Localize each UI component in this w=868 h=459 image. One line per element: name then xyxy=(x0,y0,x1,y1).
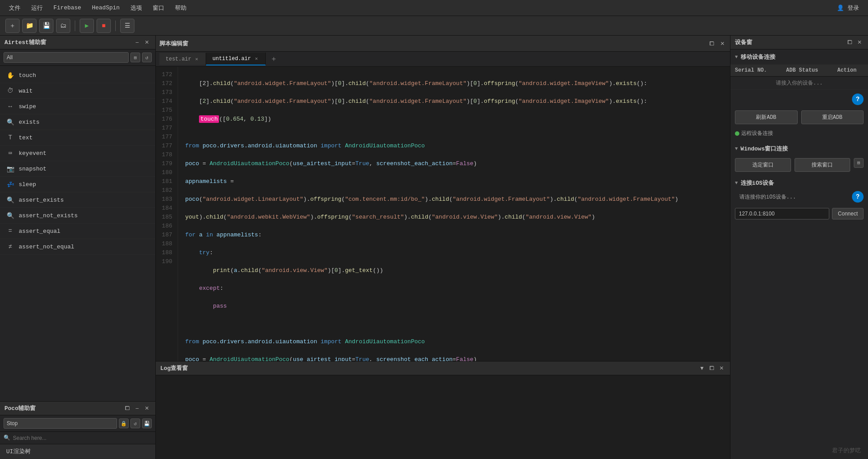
helper-snapshot-label: snapshot xyxy=(19,166,46,172)
poco-save-icon[interactable]: 💾 xyxy=(142,418,152,428)
refresh-adb-btn[interactable]: 刷新ADB xyxy=(735,110,798,124)
device-panel-title: 设备窗 xyxy=(735,38,752,46)
helper-exists-label: exists xyxy=(19,119,40,126)
poco-panel-controls: ⧠ – ✕ xyxy=(123,404,151,412)
windows-extra-btn[interactable]: ⊞ xyxy=(854,158,864,168)
menu-bar: 文件 运行 Firebase HeadSpin 选项 窗口 帮助 👤 登录 xyxy=(0,0,868,16)
menu-headspin[interactable]: HeadSpin xyxy=(87,3,124,13)
log-panel: Log查看窗 ▼ ⧠ ✕ xyxy=(156,361,730,459)
airtest-filter-icon[interactable]: ⊞ xyxy=(130,53,140,62)
device-table-row: 请接入你的设备... xyxy=(730,77,868,90)
helper-touch-label: touch xyxy=(19,72,36,79)
tab-test-air[interactable]: test.air ✕ xyxy=(159,53,206,65)
helper-assert-not-equal-label: assert_not_equal xyxy=(19,244,74,250)
login-btn[interactable]: 👤 登录 xyxy=(832,2,864,14)
poco-close-btn[interactable]: ✕ xyxy=(143,404,151,412)
helper-swipe[interactable]: ↔ swipe xyxy=(0,99,155,114)
run-button[interactable]: ▶ xyxy=(80,19,94,33)
poco-search-row: 🔍 xyxy=(0,432,155,444)
code-content[interactable]: [2].child("android.widget.FrameLayout")[… xyxy=(178,67,730,361)
log-filter-btn[interactable]: ▼ xyxy=(698,364,706,372)
airtest-panel-controls: – ✕ xyxy=(133,38,151,46)
stop-button[interactable]: ■ xyxy=(97,19,111,33)
search-window-btn[interactable]: 搜索窗口 xyxy=(795,158,851,172)
ios-connection-title: ▼ 连接iOS设备 xyxy=(730,175,868,189)
helper-sleep-label: sleep xyxy=(19,181,36,188)
poco-lock-icon[interactable]: 🔒 xyxy=(119,418,129,428)
helper-snapshot[interactable]: 📷 snapshot xyxy=(0,161,155,177)
log-close-btn[interactable]: ✕ xyxy=(718,364,726,372)
device-panel: 设备窗 ⧠ ✕ ▼ 移动设备连接 Serial NO. ADB Status A… xyxy=(730,36,868,459)
menu-help[interactable]: 帮助 xyxy=(170,2,191,14)
tab-untitled-air-close[interactable]: ✕ xyxy=(254,55,260,62)
mobile-connection-label: 移动设备连接 xyxy=(741,53,775,61)
poco-filter-select[interactable]: Stop xyxy=(4,418,117,429)
airtest-minimize-btn[interactable]: – xyxy=(133,38,141,46)
windows-arrow-icon: ▼ xyxy=(735,146,738,151)
windows-connection-label: Windows窗口连接 xyxy=(741,145,788,153)
tab-test-air-close[interactable]: ✕ xyxy=(194,56,200,62)
assert-equal-icon: = xyxy=(6,227,14,235)
tab-add-button[interactable]: ＋ xyxy=(266,52,282,66)
new-button[interactable]: ＋ xyxy=(5,19,20,33)
editor-close-btn[interactable]: ✕ xyxy=(718,40,726,48)
line-numbers: 172 172 173 174 175 176 177 177 177 178 … xyxy=(156,67,178,361)
log-expand-btn[interactable]: ⧠ xyxy=(708,364,716,372)
open-button[interactable]: 📁 xyxy=(22,19,37,33)
helper-assert-not-exists[interactable]: 🔍 assert_not_exists xyxy=(0,208,155,223)
save-all-button[interactable]: 🗂 xyxy=(56,19,70,33)
select-window-btn[interactable]: 选定窗口 xyxy=(735,158,791,172)
airtest-helper-list: ✋ touch ⏱ wait ↔ swipe 🔍 exists T text ⌨ xyxy=(0,66,155,401)
device-close-btn[interactable]: ✕ xyxy=(856,38,864,46)
ios-address-input[interactable] xyxy=(735,208,829,219)
helper-assert-not-equal[interactable]: ≠ assert_not_equal xyxy=(0,239,155,255)
helper-wait[interactable]: ⏱ wait xyxy=(0,83,155,99)
helper-touch[interactable]: ✋ touch xyxy=(0,68,155,83)
poco-ui-tree-item[interactable]: UI渲染树 xyxy=(0,444,155,459)
helper-assert-exists-label: assert_exists xyxy=(19,197,64,203)
touch-icon: ✋ xyxy=(6,71,14,79)
airtest-filter-select[interactable]: All xyxy=(4,52,129,63)
remote-dot-icon xyxy=(735,131,739,136)
tab-test-air-label: test.air xyxy=(166,56,191,62)
menu-run[interactable]: 运行 xyxy=(27,2,47,14)
windows-connection-title: ▼ Windows窗口连接 xyxy=(730,141,868,154)
device-expand-btn[interactable]: ⧠ xyxy=(846,38,854,46)
ios-help-btn[interactable]: ? xyxy=(852,191,864,203)
helper-exists[interactable]: 🔍 exists xyxy=(0,114,155,130)
poco-select-row: Stop 🔒 ↺ 💾 xyxy=(0,415,155,432)
restart-adb-btn[interactable]: 重启ADB xyxy=(801,110,864,124)
save-button[interactable]: 💾 xyxy=(39,19,53,33)
helper-sleep[interactable]: 💤 sleep xyxy=(0,177,155,192)
helper-text[interactable]: T text xyxy=(0,130,155,146)
airtest-close-btn[interactable]: ✕ xyxy=(143,38,151,46)
ios-connect-prompt: 请连接你的iOS设备... xyxy=(735,191,800,203)
mobile-help-btn[interactable]: ? xyxy=(852,93,864,105)
poco-search-input[interactable] xyxy=(13,435,152,441)
menu-file[interactable]: 文件 xyxy=(4,2,25,14)
menu-options[interactable]: 选项 xyxy=(126,2,146,14)
menu-toggle-button[interactable]: ☰ xyxy=(120,19,134,33)
helper-keyevent[interactable]: ⌨ keyevent xyxy=(0,146,155,161)
tab-untitled-air[interactable]: untitled.air ✕ xyxy=(206,53,266,65)
helper-assert-not-exists-label: assert_not_exists xyxy=(19,212,78,219)
ios-connect-btn[interactable]: Connect xyxy=(832,208,864,219)
poco-restore-btn[interactable]: ⧠ xyxy=(123,404,131,412)
poco-panel-title: Poco辅助窗 xyxy=(4,404,36,412)
editor-expand-btn[interactable]: ⧠ xyxy=(708,40,716,48)
col-action: Action xyxy=(833,65,868,77)
helper-assert-equal[interactable]: = assert_equal xyxy=(0,223,155,239)
poco-minimize-btn[interactable]: – xyxy=(133,404,141,412)
sleep-icon: 💤 xyxy=(6,180,14,188)
editor-header: 脚本编辑窗 ⧠ ✕ xyxy=(156,36,730,52)
airtest-refresh-icon[interactable]: ↺ xyxy=(142,53,152,62)
menu-window[interactable]: 窗口 xyxy=(148,2,169,14)
helper-assert-exists[interactable]: 🔍 assert_exists xyxy=(0,192,155,208)
menu-firebase[interactable]: Firebase xyxy=(49,3,85,13)
poco-refresh-icon[interactable]: ↺ xyxy=(130,418,140,428)
text-icon: T xyxy=(6,134,14,142)
snapshot-icon: 📷 xyxy=(6,165,14,173)
col-serial: Serial NO. xyxy=(730,65,782,77)
editor-panel: 脚本编辑窗 ⧠ ✕ test.air ✕ untitled.air ✕ ＋ 17… xyxy=(156,36,730,459)
log-panel-title: Log查看窗 xyxy=(160,364,188,372)
